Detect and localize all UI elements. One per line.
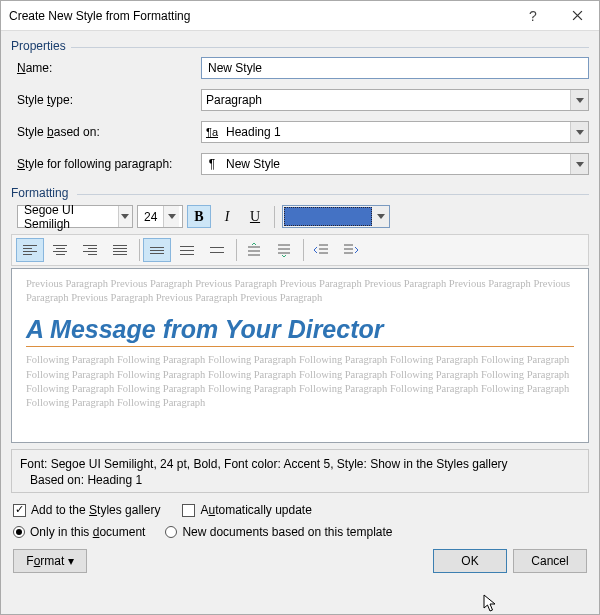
single-spacing-button[interactable] xyxy=(143,238,171,262)
following-value: New Style xyxy=(222,154,570,174)
checkbox-icon xyxy=(13,504,26,517)
divider xyxy=(236,239,237,261)
style-description: Font: Segoe UI Semilight, 24 pt, Bold, F… xyxy=(11,449,589,493)
only-this-doc-label: Only in this document xyxy=(30,525,145,539)
divider xyxy=(274,206,275,228)
space-before-dec-button[interactable] xyxy=(270,238,298,262)
chevron-down-icon xyxy=(570,90,588,110)
based-on-value: Heading 1 xyxy=(222,122,570,142)
following-combo[interactable]: ¶ New Style xyxy=(201,153,589,175)
cancel-button[interactable]: Cancel xyxy=(513,549,587,573)
name-input[interactable] xyxy=(201,57,589,79)
space-before-inc-button[interactable] xyxy=(240,238,268,262)
chevron-down-icon xyxy=(373,206,389,227)
chevron-down-icon xyxy=(570,154,588,174)
align-left-button[interactable] xyxy=(16,238,44,262)
label-name: Name: xyxy=(17,61,201,75)
align-right-button[interactable] xyxy=(76,238,104,262)
only-this-doc-radio[interactable]: Only in this document xyxy=(13,525,145,539)
window-title: Create New Style from Formatting xyxy=(9,9,511,23)
color-swatch xyxy=(284,207,372,226)
underline-button[interactable]: U xyxy=(243,205,267,228)
radio-icon xyxy=(13,526,25,538)
bold-button[interactable]: B xyxy=(187,205,211,228)
divider xyxy=(71,47,589,48)
desc-line-1: Font: Segoe UI Semilight, 24 pt, Bold, F… xyxy=(20,456,580,472)
font-family-combo[interactable]: Segoe UI Semiligh xyxy=(17,205,133,228)
preview-heading: A Message from Your Director xyxy=(26,315,574,344)
auto-update-checkbox[interactable]: Automatically update xyxy=(182,503,311,517)
medium-spacing-button[interactable] xyxy=(173,238,201,262)
close-icon xyxy=(572,10,583,21)
chevron-down-icon xyxy=(118,206,132,227)
font-color-combo[interactable] xyxy=(282,205,390,228)
based-on-combo[interactable]: ¶a Heading 1 xyxy=(201,121,589,143)
paragraph-toolbar xyxy=(11,234,589,266)
help-button[interactable]: ? xyxy=(511,1,555,31)
style-type-value: Paragraph xyxy=(202,90,570,110)
titlebar: Create New Style from Formatting ? xyxy=(1,1,599,31)
preview-following: Following Paragraph Following Paragraph … xyxy=(26,353,574,410)
font-size-combo[interactable]: 24 xyxy=(137,205,183,228)
format-button[interactable]: Format ▾ xyxy=(13,549,87,573)
spacing-icon xyxy=(246,243,262,257)
add-to-gallery-checkbox[interactable]: Add to the Styles gallery xyxy=(13,503,160,517)
paragraph-mark-icon: ¶ xyxy=(202,154,222,174)
divider xyxy=(139,239,140,261)
italic-button[interactable]: I xyxy=(215,205,239,228)
label-style-type: Style type: xyxy=(17,93,201,107)
checkbox-icon xyxy=(182,504,195,517)
preview-rule xyxy=(26,346,574,347)
ok-button[interactable]: OK xyxy=(433,549,507,573)
font-size-value: 24 xyxy=(138,206,163,227)
radio-icon xyxy=(165,526,177,538)
label-based-on: Style based on: xyxy=(17,125,201,139)
new-docs-template-radio[interactable]: New documents based on this template xyxy=(165,525,392,539)
close-button[interactable] xyxy=(555,1,599,31)
spacing-icon xyxy=(276,243,292,257)
font-family-value: Segoe UI Semiligh xyxy=(18,206,118,227)
add-to-gallery-label: Add to the Styles gallery xyxy=(31,503,160,517)
decrease-indent-button[interactable] xyxy=(307,238,335,262)
label-following: Style for following paragraph: xyxy=(17,157,201,171)
preview-area: Previous Paragraph Previous Paragraph Pr… xyxy=(11,268,589,443)
style-type-combo[interactable]: Paragraph xyxy=(201,89,589,111)
desc-line-2: Based on: Heading 1 xyxy=(20,472,580,488)
indent-right-icon xyxy=(343,243,359,257)
auto-update-label: Automatically update xyxy=(200,503,311,517)
section-formatting: Formatting xyxy=(11,182,589,202)
preview-previous: Previous Paragraph Previous Paragraph Pr… xyxy=(26,277,574,305)
chevron-down-icon xyxy=(163,206,179,227)
increase-indent-button[interactable] xyxy=(337,238,365,262)
divider xyxy=(303,239,304,261)
dialog-create-style: Create New Style from Formatting ? Prope… xyxy=(0,0,600,615)
align-center-button[interactable] xyxy=(46,238,74,262)
double-spacing-button[interactable] xyxy=(203,238,231,262)
section-properties: Properties xyxy=(11,35,589,55)
divider xyxy=(77,194,589,195)
paragraph-mark-icon: ¶a xyxy=(202,122,222,142)
align-justify-button[interactable] xyxy=(106,238,134,262)
chevron-down-icon xyxy=(570,122,588,142)
new-docs-label: New documents based on this template xyxy=(182,525,392,539)
indent-left-icon xyxy=(313,243,329,257)
